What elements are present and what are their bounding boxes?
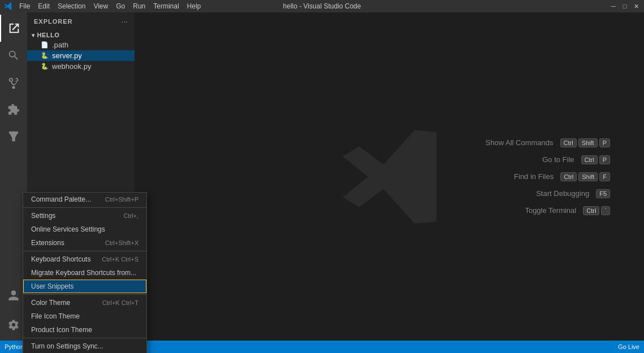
menu-item-label: Command Palette... bbox=[31, 195, 91, 203]
shortcut-keys-0: Ctrl Shift P bbox=[560, 138, 610, 147]
menu-item-shortcut: Ctrl+Shift+X bbox=[105, 239, 139, 246]
menu-product-icon-theme[interactable]: Product Icon Theme bbox=[23, 323, 146, 337]
kbd: ` bbox=[601, 206, 610, 215]
menu-run[interactable]: Run bbox=[129, 1, 149, 11]
menu-edit[interactable]: Edit bbox=[34, 1, 53, 11]
menu-terminal[interactable]: Terminal bbox=[150, 1, 182, 11]
titlebar-left: File Edit Selection View Go Run Terminal… bbox=[5, 1, 204, 11]
kbd: Ctrl bbox=[560, 138, 577, 147]
shortcut-row-1: Go to File Ctrl P bbox=[486, 155, 610, 164]
menu-item-shortcut: Ctrl+Shift+P bbox=[105, 196, 139, 203]
shortcut-keys-4: Ctrl ` bbox=[583, 206, 610, 215]
explorer-folder[interactable]: ▾ HELLO bbox=[27, 30, 135, 40]
maximize-button[interactable]: □ bbox=[621, 3, 628, 10]
sidebar-header: EXPLORER ··· bbox=[27, 12, 135, 28]
titlebar-menu: File Edit Selection View Go Run Terminal… bbox=[16, 1, 204, 11]
shortcut-row-0: Show All Commands Ctrl Shift P bbox=[486, 138, 610, 147]
sidebar-title: EXPLORER bbox=[34, 18, 73, 25]
file-name-path: .path bbox=[52, 41, 68, 49]
activity-source-control[interactable] bbox=[0, 69, 27, 96]
shortcut-row-4: Toggle Terminal Ctrl ` bbox=[486, 206, 610, 215]
menu-user-snippets[interactable]: User Snippets bbox=[23, 280, 146, 293]
menu-migrate-keyboard[interactable]: Migrate Keyboard Shortcuts from... bbox=[23, 266, 146, 280]
kbd: F bbox=[599, 172, 610, 181]
menu-selection[interactable]: Selection bbox=[54, 1, 89, 11]
folder-label: HELLO bbox=[37, 32, 60, 38]
menu-color-theme[interactable]: Color Theme Ctrl+K Ctrl+T bbox=[23, 296, 146, 310]
menu-item-label: Color Theme bbox=[31, 299, 70, 307]
menu-item-label: Settings bbox=[31, 212, 55, 220]
activity-extensions[interactable] bbox=[0, 96, 27, 123]
explorer-section: ▾ HELLO 📄 .path 🐍 server.py 🐍 webhook.py bbox=[27, 28, 135, 74]
activity-testing[interactable] bbox=[0, 123, 27, 150]
menu-settings-sync[interactable]: Turn on Settings Sync... bbox=[23, 339, 146, 353]
menu-item-shortcut: Ctrl+K Ctrl+T bbox=[102, 299, 139, 306]
menu-item-label: File Icon Theme bbox=[31, 312, 80, 320]
kbd: P bbox=[599, 138, 610, 147]
kbd: Shift bbox=[578, 138, 598, 147]
menu-view[interactable]: View bbox=[90, 1, 111, 11]
shortcut-keys-2: Ctrl Shift F bbox=[560, 172, 610, 181]
menu-command-palette[interactable]: Command Palette... Ctrl+Shift+P bbox=[23, 193, 146, 206]
statusbar-golive[interactable]: Go Live bbox=[618, 343, 639, 350]
menu-separator bbox=[23, 207, 146, 208]
titlebar-controls: ─ □ ✕ bbox=[610, 3, 639, 10]
file-icon-webhook: 🐍 bbox=[41, 63, 49, 70]
kbd: Shift bbox=[578, 172, 598, 181]
editor-area: Show All Commands Ctrl Shift P Go to Fil… bbox=[135, 12, 644, 341]
kbd: Ctrl bbox=[581, 155, 598, 164]
shortcut-label-2: Find in Files bbox=[514, 172, 554, 181]
shortcut-label-1: Go to File bbox=[542, 155, 574, 164]
preferences-menu: Command Palette... Ctrl+Shift+P Settings… bbox=[23, 192, 147, 353]
menu-item-shortcut: Ctrl+K Ctrl+S bbox=[102, 256, 139, 263]
statusbar-right: Go Live bbox=[618, 343, 639, 350]
menu-online-services[interactable]: Online Services Settings bbox=[23, 223, 146, 236]
menu-separator bbox=[23, 338, 146, 338]
more-actions-icon[interactable]: ··· bbox=[121, 17, 128, 26]
menu-go[interactable]: Go bbox=[113, 1, 128, 11]
minimize-button[interactable]: ─ bbox=[610, 3, 617, 10]
shortcut-keys-1: Ctrl P bbox=[581, 155, 610, 164]
shortcut-label-0: Show All Commands bbox=[486, 138, 554, 147]
activity-explorer[interactable] bbox=[0, 15, 27, 42]
menu-extensions[interactable]: Extensions Ctrl+Shift+X bbox=[23, 236, 146, 250]
kbd: Ctrl bbox=[583, 206, 599, 215]
kbd: P bbox=[599, 155, 610, 164]
titlebar: File Edit Selection View Go Run Terminal… bbox=[0, 0, 644, 12]
menu-help[interactable]: Help bbox=[184, 1, 205, 11]
shortcuts-panel: Show All Commands Ctrl Shift P Go to Fil… bbox=[486, 138, 610, 215]
menu-item-label: Keyboard Shortcuts bbox=[31, 255, 90, 263]
menu-keyboard-shortcuts[interactable]: Keyboard Shortcuts Ctrl+K Ctrl+S bbox=[23, 252, 146, 266]
activity-search[interactable] bbox=[0, 42, 27, 69]
menu-separator bbox=[23, 251, 146, 251]
menu-item-label: Turn on Settings Sync... bbox=[31, 342, 103, 350]
file-item-webhook[interactable]: 🐍 webhook.py bbox=[27, 61, 135, 72]
menu-settings[interactable]: Settings Ctrl+, bbox=[23, 209, 146, 223]
menu-item-label: Extensions bbox=[31, 239, 64, 247]
menu-file-icon-theme[interactable]: File Icon Theme bbox=[23, 310, 146, 323]
shortcut-keys-3: F5 bbox=[596, 189, 610, 198]
file-icon-path: 📄 bbox=[41, 41, 49, 49]
file-item-server[interactable]: 🐍 server.py bbox=[27, 50, 135, 61]
shortcut-label-3: Start Debugging bbox=[536, 189, 589, 198]
vscode-watermark-icon bbox=[339, 126, 440, 228]
menu-separator bbox=[23, 294, 146, 295]
shortcut-label-4: Toggle Terminal bbox=[525, 206, 576, 215]
file-name-webhook: webhook.py bbox=[52, 62, 91, 71]
menu-item-shortcut: Ctrl+, bbox=[123, 212, 139, 219]
kbd: Ctrl bbox=[560, 172, 577, 181]
menu-item-label: Migrate Keyboard Shortcuts from... bbox=[31, 269, 136, 277]
vscode-logo-icon bbox=[5, 2, 12, 10]
file-name-server: server.py bbox=[52, 51, 82, 60]
menu-item-label: User Snippets bbox=[31, 282, 74, 290]
menu-file[interactable]: File bbox=[16, 1, 33, 11]
menu-item-label: Product Icon Theme bbox=[31, 326, 92, 334]
chevron-down-icon: ▾ bbox=[32, 32, 35, 38]
file-item-path[interactable]: 📄 .path bbox=[27, 40, 135, 50]
window-title: hello - Visual Studio Code bbox=[283, 2, 361, 10]
shortcut-row-3: Start Debugging F5 bbox=[486, 189, 610, 198]
shortcut-row-2: Find in Files Ctrl Shift F bbox=[486, 172, 610, 181]
file-icon-server: 🐍 bbox=[41, 52, 49, 59]
close-button[interactable]: ✕ bbox=[633, 3, 639, 10]
sidebar-actions: ··· bbox=[121, 17, 128, 26]
